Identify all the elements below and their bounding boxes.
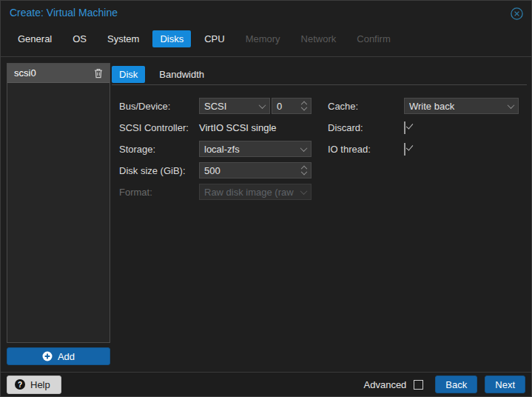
title-bar: Create: Virtual Machine xyxy=(1,1,531,24)
next-button-label: Next xyxy=(495,379,515,390)
disk-size-spinner[interactable]: 500 xyxy=(199,162,312,179)
tab-bandwidth[interactable]: Bandwidth xyxy=(152,66,212,83)
disk-form: Bus/Device: SCSI 0 Cache: Write back SCS… xyxy=(119,98,519,200)
help-button-label: Help xyxy=(30,379,50,390)
bus-number-spinner[interactable]: 0 xyxy=(272,98,312,114)
chevron-down-icon xyxy=(300,187,308,195)
back-button[interactable]: Back xyxy=(435,376,477,393)
dialog-title: Create: Virtual Machine xyxy=(10,7,118,19)
cache-select[interactable]: Write back xyxy=(404,98,519,114)
footer-bar: ? Help Advanced Back Next xyxy=(1,372,531,396)
discard-checkbox[interactable] xyxy=(404,121,405,134)
tab-system[interactable]: System xyxy=(100,30,147,47)
tab-memory: Memory xyxy=(238,30,288,47)
create-vm-dialog: Create: Virtual Machine General OS Syste… xyxy=(0,0,532,397)
tab-os[interactable]: OS xyxy=(65,30,94,47)
header-divider xyxy=(1,56,531,57)
chevron-down-icon xyxy=(300,144,308,152)
io-thread-label: IO thread: xyxy=(328,144,404,155)
help-button[interactable]: ? Help xyxy=(7,376,61,394)
plus-circle-icon xyxy=(42,351,53,361)
cache-value: Write back xyxy=(409,101,508,112)
add-disk-button[interactable]: Add xyxy=(7,347,110,365)
close-icon[interactable] xyxy=(511,7,523,20)
bus-type-value: SCSI xyxy=(204,101,260,112)
io-thread-checkbox[interactable] xyxy=(404,143,405,156)
disk-list: scsi0 xyxy=(7,63,110,343)
tab-cpu[interactable]: CPU xyxy=(197,30,232,47)
next-button[interactable]: Next xyxy=(485,376,525,393)
spinner-arrows-icon[interactable] xyxy=(299,164,306,176)
tab-confirm: Confirm xyxy=(349,30,398,47)
tab-general[interactable]: General xyxy=(10,30,59,47)
question-circle-icon: ? xyxy=(15,379,25,390)
advanced-label: Advanced xyxy=(364,379,407,390)
advanced-checkbox[interactable] xyxy=(414,380,423,390)
chevron-down-icon xyxy=(259,101,266,109)
trash-icon[interactable] xyxy=(94,68,103,79)
format-value: Raw disk image (raw xyxy=(204,187,301,198)
bus-number-value: 0 xyxy=(277,101,299,112)
bus-type-select[interactable]: SCSI xyxy=(199,98,270,114)
disk-panel-tab-bar: Disk Bandwidth xyxy=(112,66,212,83)
wizard-tab-bar: General OS System Disks CPU Memory Netwo… xyxy=(10,30,398,47)
scsi-controller-value: VirtIO SCSI single xyxy=(199,122,312,133)
tab-network: Network xyxy=(294,30,344,47)
storage-label: Storage: xyxy=(119,144,199,155)
tab-disk[interactable]: Disk xyxy=(112,66,145,83)
storage-select[interactable]: local-zfs xyxy=(199,141,312,157)
tab-disks[interactable]: Disks xyxy=(152,30,191,47)
spinner-arrows-icon[interactable] xyxy=(299,100,306,112)
storage-value: local-zfs xyxy=(204,144,301,155)
back-button-label: Back xyxy=(445,379,467,390)
scsi-controller-label: SCSI Controller: xyxy=(119,122,199,133)
discard-label: Discard: xyxy=(328,122,404,133)
bus-device-label: Bus/Device: xyxy=(119,101,199,112)
format-select: Raw disk image (raw xyxy=(199,184,312,200)
disk-list-item-scsi0[interactable]: scsi0 xyxy=(7,64,110,83)
disk-item-label: scsi0 xyxy=(14,67,36,79)
disk-size-label: Disk size (GiB): xyxy=(119,165,199,176)
chevron-down-icon xyxy=(508,101,515,109)
panel-divider xyxy=(112,84,527,85)
add-button-label: Add xyxy=(58,351,75,362)
format-label: Format: xyxy=(119,187,199,198)
disk-size-value: 500 xyxy=(204,165,299,176)
cache-label: Cache: xyxy=(328,101,404,112)
